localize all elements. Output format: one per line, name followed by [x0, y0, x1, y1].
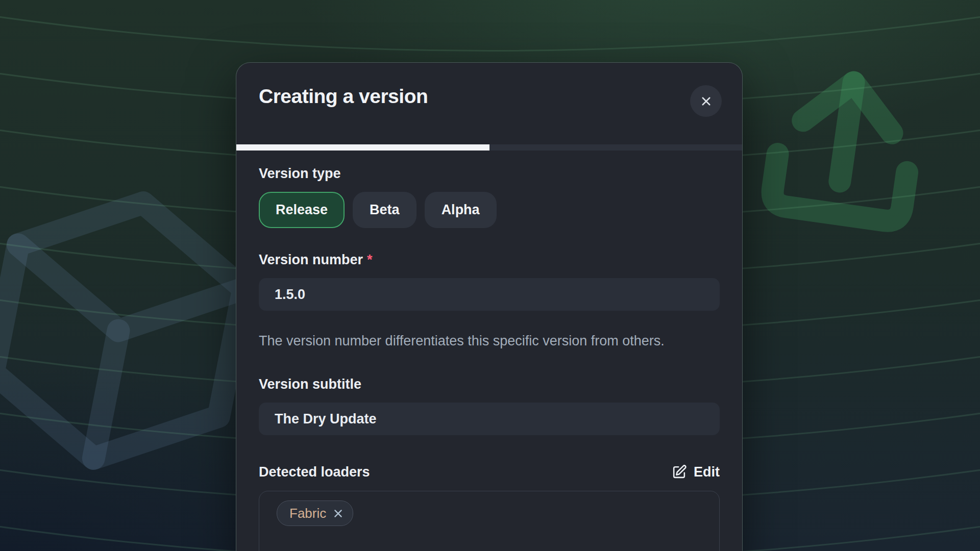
edit-pencil-icon	[671, 464, 687, 480]
loader-chip-fabric: Fabric	[277, 500, 353, 526]
close-icon	[699, 94, 713, 108]
remove-loader-button[interactable]	[333, 508, 344, 519]
type-option-beta[interactable]: Beta	[353, 192, 416, 228]
version-number-input[interactable]	[259, 278, 720, 311]
type-option-release[interactable]: Release	[259, 192, 345, 228]
modal-body: Version type Release Beta Alpha Version …	[236, 151, 742, 551]
loader-chip-label: Fabric	[289, 506, 326, 521]
detected-loaders-label: Detected loaders	[259, 464, 370, 481]
version-type-options: Release Beta Alpha	[259, 192, 720, 228]
modal-title: Creating a version	[259, 85, 428, 108]
version-number-help: The version number differentiates this s…	[259, 329, 713, 353]
detected-loaders-header: Detected loaders Edit	[259, 464, 720, 481]
close-button[interactable]	[690, 85, 722, 117]
required-asterisk: *	[367, 252, 373, 267]
progress-bar	[236, 144, 742, 151]
type-option-alpha[interactable]: Alpha	[425, 192, 497, 228]
version-subtitle-input[interactable]	[259, 403, 720, 435]
create-version-modal: Creating a version Version type Release …	[236, 62, 743, 551]
edit-label: Edit	[694, 464, 720, 480]
version-type-label: Version type	[259, 165, 720, 182]
page-background: Creating a version Version type Release …	[0, 0, 980, 551]
loaders-container: Fabric	[259, 491, 720, 551]
remove-x-icon	[333, 508, 344, 519]
edit-loaders-button[interactable]: Edit	[671, 464, 720, 480]
version-number-label: Version number*	[259, 252, 720, 268]
progress-fill	[236, 144, 489, 151]
version-subtitle-label: Version subtitle	[259, 376, 720, 393]
